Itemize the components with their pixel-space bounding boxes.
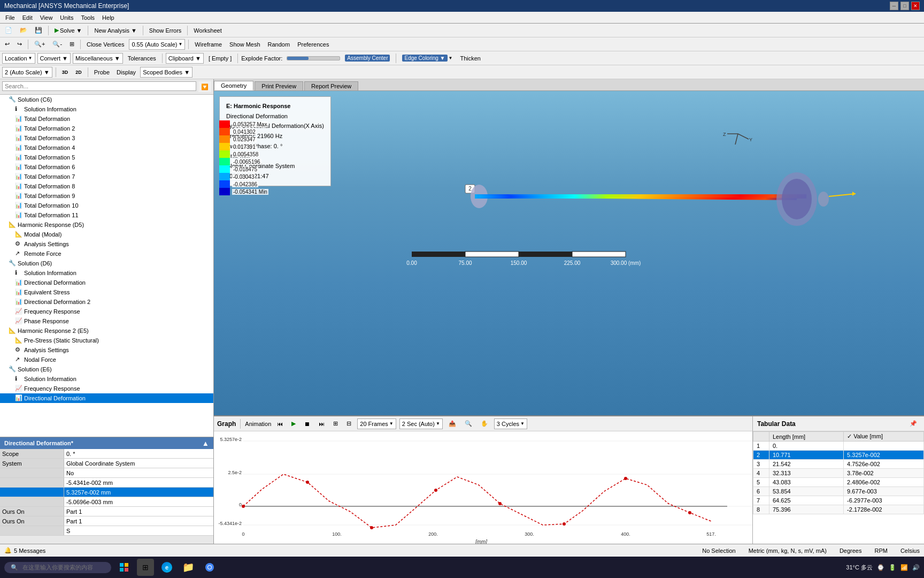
preferences-button[interactable]: Preferences	[295, 39, 332, 50]
tree-harmonic-e5[interactable]: 📐 Harmonic Response 2 (E5)	[0, 326, 213, 336]
menu-edit[interactable]: Edit	[19, 13, 36, 22]
tree-solution-c6[interactable]: 🔧 Solution (C6)	[0, 95, 213, 104]
tree-solution-info-e6[interactable]: ℹ Solution Information	[0, 374, 213, 384]
tree-solution-d6[interactable]: 🔧 Solution (D6)	[0, 258, 213, 268]
tree-equiv-stress[interactable]: 📊 Equivalent Stress	[0, 287, 213, 297]
menu-view[interactable]: View	[37, 13, 56, 22]
anim-grid-btn[interactable]: ⊞	[330, 419, 341, 429]
tree-phase-response[interactable]: 📈 Phase Response	[0, 316, 213, 326]
wireframe-button[interactable]: Wireframe	[192, 39, 225, 50]
tab-report-preview[interactable]: Report Preview	[304, 81, 358, 90]
tolerances-button[interactable]: Tolerances	[125, 53, 159, 64]
taskbar-search[interactable]: 🔍	[4, 562, 111, 573]
tree-remote-force[interactable]: ↗ Remote Force	[0, 249, 213, 258]
open-btn[interactable]: 📂	[17, 25, 30, 36]
tree-total-def-8[interactable]: 📊 Total Deformation 8	[0, 181, 213, 191]
menu-help[interactable]: Help	[99, 13, 118, 22]
search-input[interactable]	[22, 564, 103, 571]
anim-play-btn[interactable]: ▶	[289, 419, 298, 429]
tab-geometry[interactable]: Geometry	[214, 81, 253, 90]
zoom-out-btn[interactable]: 🔍-	[50, 39, 65, 50]
thicken-button[interactable]: Thicken	[457, 53, 483, 64]
tree-search-input[interactable]	[2, 81, 196, 91]
clipboard-dropdown[interactable]: Clipboard ▼	[166, 53, 204, 64]
taskbar-chrome-btn[interactable]	[201, 559, 218, 576]
sec-dropdown[interactable]: 2 Sec (Auto) ▼	[399, 419, 443, 429]
tree-area[interactable]: 🔧 Solution (C6) ℹ Solution Information 📊…	[0, 95, 213, 437]
zoom-fit-btn[interactable]: ⊞	[67, 39, 77, 50]
tree-prestress[interactable]: 📐 Pre-Stress (Static Structural)	[0, 336, 213, 345]
scale2-dropdown[interactable]: 2 (Auto Scale) ▼	[2, 67, 52, 78]
undo-btn[interactable]: ↩	[2, 39, 12, 50]
scoped-bodies-dropdown[interactable]: Scoped Bodies ▼	[140, 67, 192, 78]
show-errors-button[interactable]: Show Errors	[147, 25, 184, 36]
taskbar-apps-btn[interactable]: ⊞	[137, 559, 154, 576]
tree-total-def-9[interactable]: 📊 Total Deformation 9	[0, 191, 213, 201]
tree-modal[interactable]: 📐 Modal (Modal)	[0, 230, 213, 239]
anim-back-btn[interactable]: ⏮	[274, 419, 286, 429]
show-mesh-button[interactable]: Show Mesh	[227, 39, 263, 50]
taskbar-start-btn[interactable]	[116, 559, 133, 576]
tree-filter-btn[interactable]: 🔽	[198, 81, 211, 92]
export-btn[interactable]: 📤	[446, 419, 459, 429]
taskbar-explorer-btn[interactable]: 📁	[180, 559, 197, 576]
anim-grid2-btn[interactable]: ⊟	[344, 419, 354, 429]
3d-icon-btn[interactable]: 3D	[59, 67, 71, 78]
random-button[interactable]: Random	[265, 39, 293, 50]
tree-total-def[interactable]: 📊 Total Deformation	[0, 114, 213, 124]
2d-icon-btn[interactable]: 2D	[73, 67, 84, 78]
tree-harmonic-d5[interactable]: 📐 Harmonic Response (D5)	[0, 220, 213, 230]
empty-button[interactable]: [ Empty ]	[206, 53, 234, 64]
close-button[interactable]: ✕	[911, 2, 920, 10]
probe-button[interactable]: Probe	[91, 67, 112, 78]
anim-stop-btn[interactable]: ⏹	[302, 419, 313, 429]
edge-coloring-button[interactable]: Edge Coloring ▼ ▼	[399, 53, 455, 64]
assembly-center-button[interactable]: Assembly Center	[342, 53, 392, 64]
scale-dropdown[interactable]: 0.55 (Auto Scale) ▼	[129, 39, 185, 50]
anim-fwd-btn[interactable]: ⏭	[316, 419, 327, 429]
pan-btn[interactable]: ✋	[478, 419, 491, 429]
tree-solution-e6[interactable]: 🔧 Solution (E6)	[0, 364, 213, 374]
zoom-graph-btn[interactable]: 🔍	[462, 419, 475, 429]
tree-total-def-3[interactable]: 📊 Total Deformation 3	[0, 133, 213, 143]
close-vertices-button[interactable]: Close Vertices	[84, 39, 127, 50]
save-btn[interactable]: 💾	[32, 25, 45, 36]
tree-directional-def2-d6[interactable]: 📊 Directional Deformation 2	[0, 297, 213, 307]
tree-freq-response-e6[interactable]: 📈 Frequency Response	[0, 384, 213, 393]
tab-print-preview[interactable]: Print Preview	[255, 81, 303, 90]
tree-total-def-10[interactable]: 📊 Total Deformation 10	[0, 201, 213, 210]
tree-total-def-2[interactable]: 📊 Total Deformation 2	[0, 124, 213, 133]
new-btn[interactable]: 📄	[2, 25, 15, 36]
tree-nodal-force[interactable]: ↗ Nodal Force	[0, 355, 213, 364]
tree-solution-info-c6[interactable]: ℹ Solution Information	[0, 104, 213, 114]
maximize-button[interactable]: □	[900, 2, 909, 10]
tree-total-def-6[interactable]: 📊 Total Deformation 6	[0, 162, 213, 172]
frames-dropdown[interactable]: 20 Frames ▼	[357, 419, 396, 429]
tabular-pin-btn[interactable]: 📌	[907, 419, 920, 429]
tree-solution-info-d6[interactable]: ℹ Solution Information	[0, 268, 213, 278]
tree-total-def-5[interactable]: 📊 Total Deformation 5	[0, 153, 213, 162]
tree-analysis-settings-d5[interactable]: ⚙ Analysis Settings	[0, 239, 213, 249]
menu-tools[interactable]: Tools	[78, 13, 98, 22]
minimize-button[interactable]: ─	[890, 2, 898, 10]
tree-directional-def-d6[interactable]: 📊 Directional Deformation	[0, 278, 213, 287]
detail-expand-btn[interactable]: ▲	[202, 439, 209, 447]
convert-dropdown[interactable]: Convert ▼	[37, 53, 71, 64]
location-dropdown[interactable]: Location ▼	[2, 53, 35, 64]
tree-directional-def-e6[interactable]: 📊 Directional Deformation	[0, 393, 213, 403]
redo-btn[interactable]: ↪	[14, 39, 25, 50]
zoom-in-btn[interactable]: 🔍+	[32, 39, 48, 50]
cycles-dropdown[interactable]: 3 Cycles ▼	[494, 419, 527, 429]
tree-total-def-4[interactable]: 📊 Total Deformation 4	[0, 143, 213, 153]
menu-file[interactable]: File	[2, 13, 18, 22]
solve-button[interactable]: ▶ Solve ▼	[52, 25, 84, 36]
tree-total-def-11[interactable]: 📊 Total Deformation 11	[0, 210, 213, 220]
worksheet-button[interactable]: Worksheet	[191, 25, 224, 36]
tree-analysis-settings-e5[interactable]: ⚙ Analysis Settings	[0, 345, 213, 355]
miscellaneous-dropdown[interactable]: Miscellaneous ▼	[73, 53, 123, 64]
new-analysis-button[interactable]: New Analysis ▼	[91, 25, 139, 36]
viewport[interactable]: E: Harmonic Response Directional Deforma…	[214, 91, 924, 415]
explode-slider[interactable]	[287, 56, 340, 60]
tree-total-def-7[interactable]: 📊 Total Deformation 7	[0, 172, 213, 181]
taskbar-browser-btn[interactable]: e	[158, 559, 175, 576]
